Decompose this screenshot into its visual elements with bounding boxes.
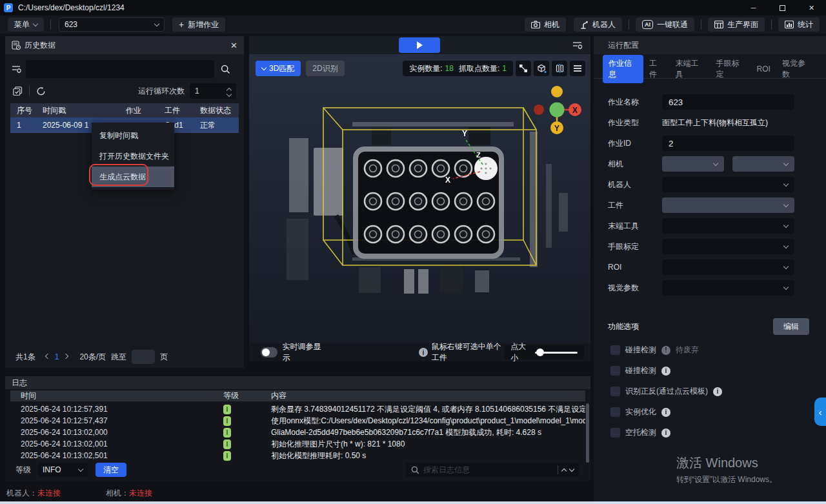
watermark-line1: 激活 Windows (676, 454, 777, 472)
roi-select[interactable] (662, 259, 794, 275)
log-row[interactable]: 2025-06-24 10:13:02,000 I GliaModel-2d5d… (10, 427, 585, 438)
total-count: 共1条 (15, 352, 35, 363)
run-button[interactable] (399, 37, 440, 53)
log-scrollbar[interactable] (586, 403, 589, 463)
refresh-icon[interactable] (36, 86, 46, 96)
history-search-input[interactable] (26, 60, 214, 78)
realtime-toggle[interactable] (261, 347, 277, 358)
play-icon (417, 41, 423, 49)
menu-button[interactable]: 菜单 (8, 17, 44, 32)
orientation-gizmo[interactable]: X Y (532, 85, 581, 134)
production-ui-button[interactable]: 生产界面 (708, 17, 765, 32)
end-tool-select[interactable] (662, 218, 794, 234)
checkbox[interactable] (610, 407, 620, 417)
point-size-slider[interactable] (535, 352, 578, 354)
history-close-icon[interactable]: ✕ (230, 41, 237, 50)
robot-select[interactable] (662, 177, 794, 192)
info-icon: i (419, 348, 428, 357)
stats-button[interactable]: 统计 (778, 17, 820, 32)
hand-eye-select[interactable] (662, 239, 794, 254)
camera-select-1[interactable] (662, 156, 724, 172)
info-icon: i (661, 408, 670, 417)
checkbox[interactable] (610, 428, 620, 438)
add-model-button[interactable] (534, 61, 549, 76)
clear-log-button[interactable]: 清空 (96, 463, 126, 477)
menu-item-open-folder[interactable]: 打开历史数据文件夹 (92, 146, 174, 166)
checkbox[interactable] (610, 387, 620, 396)
mode-2d-recognize-button[interactable]: 2D识别 (306, 61, 344, 76)
job-select[interactable]: 623 (59, 17, 165, 32)
log-search-input[interactable] (423, 465, 554, 474)
job-id-label: 作业ID (594, 138, 662, 149)
cell-status: 正常 (200, 120, 239, 131)
job-id-input[interactable] (662, 136, 794, 151)
bar-chart-icon (785, 21, 794, 28)
tab-roi[interactable]: ROI (751, 61, 776, 77)
log-row[interactable]: 2025-06-24 10:12:57,437 I 使用onnx模型:C:/Us… (10, 415, 585, 427)
checkbox[interactable] (610, 366, 620, 376)
maximize-button[interactable] (768, 0, 797, 15)
chevron-down-icon (78, 466, 83, 471)
measure-button[interactable] (552, 61, 567, 76)
spin-down-icon[interactable] (227, 91, 232, 96)
add-job-button[interactable]: + 新增作业 (172, 17, 225, 32)
log-level-select[interactable]: INFO (37, 463, 88, 477)
page-number[interactable]: 1 (55, 352, 59, 361)
edit-button[interactable]: 编辑 (773, 318, 809, 335)
log-footer: 等级 INFO 清空 (10, 461, 585, 478)
col-status: 数据状态 (200, 105, 239, 116)
tab-vision-params[interactable]: 视觉参数 (776, 55, 817, 83)
mode-3d-match-button[interactable]: 3D匹配 (256, 61, 301, 76)
instance-count-value: 18 (445, 64, 454, 73)
col-job: 作业 (126, 105, 165, 116)
menu-item-copy-timestamp[interactable]: 复制时间戳 (92, 125, 174, 146)
viewport-menu-button[interactable] (570, 61, 585, 76)
minimize-button[interactable]: ─ (739, 0, 768, 15)
tab-job-info[interactable]: 作业信息 (603, 55, 643, 83)
field-robot: 机器人 (594, 177, 826, 192)
robot-button[interactable]: 机器人 (574, 17, 622, 32)
close-button[interactable]: ✕ (797, 0, 826, 15)
log-search-box (406, 463, 579, 477)
camera-select-2[interactable] (732, 156, 794, 172)
tab-part[interactable]: 工件 (643, 55, 670, 83)
log-time: 2025-06-24 10:13:02,001 (10, 439, 223, 449)
log-row[interactable]: 2025-06-24 10:13:02,001 I 初始化推理图片尺寸(h * … (10, 438, 585, 450)
loop-count-stepper[interactable]: 1 (190, 83, 236, 99)
jump-page-input[interactable] (132, 350, 155, 364)
prev-page-icon[interactable] (45, 353, 50, 358)
filter-settings-icon[interactable] (12, 65, 22, 74)
history-header: 历史数据 ✕ (5, 36, 244, 54)
chevron-down-icon (783, 284, 789, 289)
vision-params-select[interactable] (662, 280, 794, 296)
field-job-name: 作业名称 (594, 94, 826, 110)
option-front-back: 识别正反(通过点云模板) i (594, 386, 826, 397)
camera-button[interactable]: 相机 (525, 17, 566, 32)
search-icon[interactable] (221, 65, 230, 74)
log-content: GliaModel-2d5dd497beb6e5b063209b71c6c7f7… (271, 427, 585, 438)
job-name-input[interactable] (662, 94, 794, 110)
grab-point-tool-button[interactable] (516, 61, 531, 76)
next-page-icon[interactable] (63, 353, 68, 358)
option-label: 碰撞检测 (625, 345, 656, 356)
tab-hand-eye[interactable]: 手眼标定 (710, 55, 751, 83)
viewport-bottombar: 实时调参显示 i 鼠标右键可选中单个工件 点大小 (249, 343, 590, 361)
part-select[interactable] (662, 197, 794, 213)
log-col-content: 内容 (271, 390, 585, 401)
checkbox[interactable] (610, 345, 620, 355)
search-next-icon[interactable] (569, 466, 574, 471)
tab-end-tool[interactable]: 末端工具 (670, 55, 710, 83)
menu-item-generate-pointcloud[interactable]: 生成点云数据 (92, 166, 174, 187)
axis-z-label: Z (476, 151, 481, 159)
viewport-3d-canvas[interactable]: Y X Z X Y 3D匹配 (249, 54, 590, 343)
one-key-connect-button[interactable]: AI 一键联通 (636, 17, 694, 32)
multi-select-icon[interactable] (13, 86, 23, 96)
chevron-down-icon (783, 201, 789, 207)
log-row[interactable]: 2025-06-24 10:13:02,501 I 初始化模型推理耗时: 0.5… (10, 450, 585, 461)
run-settings-icon[interactable] (572, 41, 583, 50)
slider-knob[interactable] (536, 348, 544, 356)
panel-expander-button[interactable]: ‹ (814, 398, 826, 426)
log-row[interactable]: 2025-06-24 10:12:57,391 I 剩余显存 3.7483940… (10, 403, 585, 415)
log-level-value: INFO (43, 465, 61, 474)
search-prev-icon[interactable] (561, 468, 567, 473)
